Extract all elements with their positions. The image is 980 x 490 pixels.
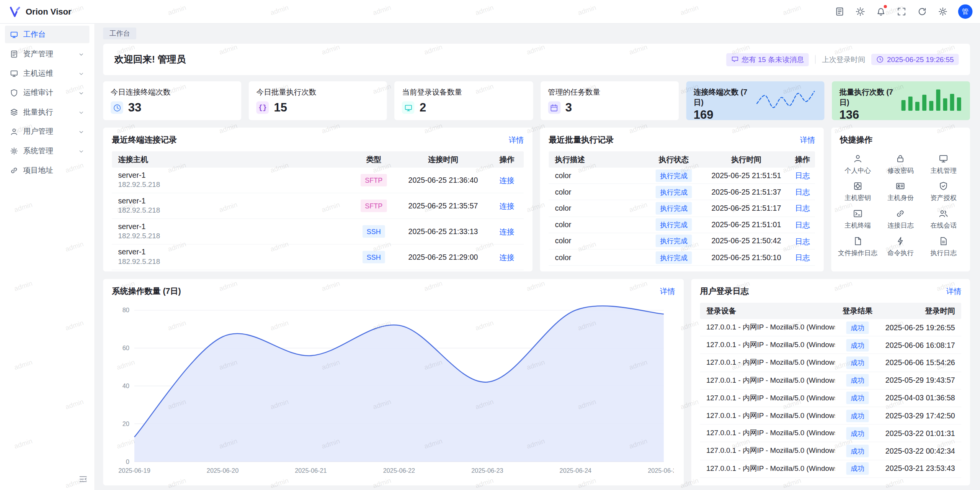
sidebar-item-assets[interactable]: 资产管理 [5,45,89,63]
settings-gear-icon [938,7,947,16]
quick-asset-authorization[interactable]: 资产授权 [922,181,965,203]
card-title: 系统操作数量 (7日) [112,286,181,297]
header-actions: 管 [831,3,972,20]
connect-link[interactable]: 连接 [499,227,514,236]
docs-button[interactable] [831,3,847,20]
fullscreen-button[interactable] [893,3,909,20]
host-ip: 182.92.5.218 [118,180,348,189]
quick-host-terminal[interactable]: 主机终端 [836,209,879,230]
sidebar-item-batch-exec[interactable]: 批量执行 [5,103,89,121]
quick-action-label: 在线会话 [930,221,957,230]
table-row: server-1182.92.5.218SSH2025-06-25 21:33:… [112,219,524,244]
login-device: 127.0.0.1 - 内网IP - Mozilla/5.0 (Windows … [700,429,835,438]
theme-sun-button[interactable] [852,3,868,20]
sidebar-item-project-link[interactable]: 项目地址 [5,161,89,179]
stat-label: 今日连接终端次数 [111,87,234,98]
breadcrumb-item-workbench[interactable]: 工作台 [103,28,136,39]
refresh-icon [917,7,926,16]
execution-status-tag: 执行完成 [656,186,692,198]
chart-detail-link[interactable]: 详情 [660,286,675,297]
log-link[interactable]: 日志 [795,253,810,262]
execution-description: color [549,187,645,196]
quick-execution-logs[interactable]: 执行日志 [922,236,965,258]
execution-description: color [549,220,645,229]
connect-link[interactable]: 连接 [499,176,514,185]
asset-list-icon [10,50,18,58]
batch-detail-link[interactable]: 详情 [800,135,815,146]
app-logo[interactable]: Orion Visor [9,5,72,18]
audit-shield-icon [10,88,18,97]
unread-messages-badge[interactable]: 您有 15 条未读消息 [726,53,809,66]
log-link[interactable]: 日志 [795,204,810,213]
sidebar-item-users[interactable]: 用户管理 [5,123,89,140]
table-row: server-1182.92.5.218SFTP2025-06-25 21:36… [112,168,524,193]
connect-link[interactable]: 连接 [499,202,514,211]
theme-sun-icon [855,7,864,16]
login-device: 127.0.0.1 - 内网IP - Mozilla/5.0 (Windows … [700,376,835,385]
login-detail-link[interactable]: 详情 [946,286,961,297]
quick-change-password[interactable]: 修改密码 [879,154,922,175]
login-device: 127.0.0.1 - 内网IP - Mozilla/5.0 (Windows … [700,358,835,367]
connect-time: 2025-06-25 21:36:40 [396,176,490,185]
execution-description: color [549,253,645,262]
connect-time: 2025-06-25 21:29:00 [396,253,490,262]
table-row: 127.0.0.1 - 内网IP - Mozilla/5.0 (Windows … [700,407,961,425]
quick-host-management[interactable]: 主机管理 [922,154,965,175]
collapse-sidebar-button[interactable] [77,472,90,485]
svg-text:20: 20 [122,420,129,427]
dashboard-icon [10,30,18,38]
calendar-icon [550,103,558,111]
quick-command-execution[interactable]: 命令执行 [879,236,922,258]
log-link[interactable]: 日志 [795,171,810,180]
quick-file-operation-logs[interactable]: 文件操作日志 [836,236,879,258]
welcome-card: 欢迎回来! 管理员 您有 15 条未读消息 上次登录时间 2025-06-25 … [103,44,970,75]
log-link[interactable]: 日志 [795,221,810,229]
monitor-icon [404,103,412,111]
stat-value: 3 [565,101,572,115]
quick-host-keys[interactable]: 主机密钥 [836,181,879,203]
quick-online-sessions[interactable]: 在线会话 [922,209,965,230]
settings-gear-button[interactable] [934,3,951,20]
quick-action-label: 执行日志 [930,249,957,258]
sidebar-menu: 工作台资产管理主机运维运维审计批量执行用户管理系统管理项目地址 [0,26,95,179]
login-time: 2025-04-03 01:36:58 [880,393,961,402]
host-ip: 182.92.5.218 [118,231,348,241]
svg-text:60: 60 [122,344,129,351]
chevron-down-icon [78,148,84,154]
terminal-detail-link[interactable]: 详情 [509,135,524,146]
orion-visor-logo-icon [9,5,21,18]
login-result-tag: 成功 [846,445,869,457]
log-link[interactable]: 日志 [795,188,810,197]
bottom-row: 系统操作数量 (7日) 详情 0204060802025-06-192025-0… [103,279,970,485]
stat-value: 15 [274,101,287,115]
quick-personal-center[interactable]: 个人中心 [836,154,879,175]
execution-status-tag: 执行完成 [656,218,692,231]
table-row: 127.0.0.1 - 内网IP - Mozilla/5.0 (Windows … [700,372,961,390]
sidebar-item-workbench[interactable]: 工作台 [5,26,89,43]
sidebar-item-system[interactable]: 系统管理 [5,142,89,160]
chevron-down-icon [78,110,84,116]
table-row: 127.0.0.1 - 内网IP - Mozilla/5.0 (Windows … [700,442,961,460]
connect-link[interactable]: 连接 [499,253,514,262]
svg-text:2025-06-20: 2025-06-20 [207,467,238,474]
refresh-button[interactable] [914,3,930,20]
login-device: 127.0.0.1 - 内网IP - Mozilla/5.0 (Windows … [700,464,835,473]
log-link[interactable]: 日志 [795,237,810,246]
quick-connection-logs[interactable]: 连接日志 [879,209,922,230]
table-row: 127.0.0.1 - 内网IP - Mozilla/5.0 (Windows … [700,354,961,372]
link-icon [10,166,18,174]
quick-host-identity[interactable]: 主机身份 [879,181,922,203]
notification-bell-button[interactable] [872,3,889,20]
user-avatar[interactable]: 管 [958,4,973,19]
chevron-down-icon [78,129,84,135]
quick-action-label: 命令执行 [887,249,914,258]
stat-card: 批量执行次数 (7日)136 [832,81,970,120]
quick-actions-card: 快捷操作 个人中心修改密码主机管理主机密钥主机身份资产授权主机终端连接日志在线会… [831,128,970,272]
login-device: 127.0.0.1 - 内网IP - Mozilla/5.0 (Windows … [700,411,835,420]
sidebar-item-host-ops[interactable]: 主机运维 [5,64,89,82]
chevron-down-icon [78,51,84,57]
person-icon [853,154,862,163]
sidebar-item-audit[interactable]: 运维审计 [5,84,89,102]
card-title: 最近批量执行记录 [549,134,614,146]
svg-text:0: 0 [126,458,129,465]
